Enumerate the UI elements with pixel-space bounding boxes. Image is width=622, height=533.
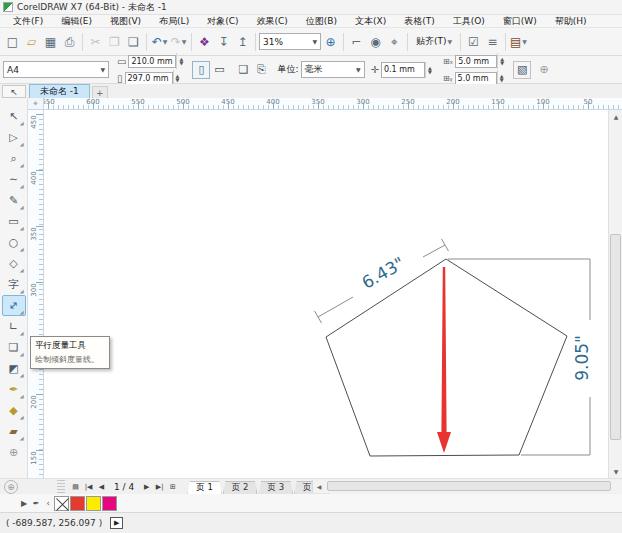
tool-text[interactable]: 字◢ xyxy=(2,274,26,295)
menu-effects[interactable]: 效果(C) xyxy=(247,15,296,28)
units-combo[interactable]: 毫米 ▼ xyxy=(301,61,365,78)
tool-drop-shadow[interactable]: ❏◢ xyxy=(2,337,26,358)
horizontal-scrollbar[interactable]: ◀ xyxy=(312,480,622,493)
menu-object[interactable]: 对象(C) xyxy=(198,15,247,28)
menu-edit[interactable]: 编辑(E) xyxy=(52,15,101,28)
copy-button[interactable]: ❐ xyxy=(105,32,124,51)
tool-color-eyedropper[interactable]: ✒◢ xyxy=(2,379,26,400)
yellow-swatch[interactable] xyxy=(86,496,101,511)
page-tab-2[interactable]: 页 2 xyxy=(223,481,258,495)
palette-eyedropper-icon[interactable]: ✒ xyxy=(30,496,42,510)
palette-expand-button[interactable]: ▶ xyxy=(18,496,30,510)
menu-layout[interactable]: 布局(L) xyxy=(150,15,198,28)
no-color-swatch[interactable] xyxy=(54,496,69,511)
export-button[interactable]: ↥ xyxy=(233,32,252,51)
tool-more-tools[interactable]: ⊕ xyxy=(2,442,26,463)
toolbox-customize-button[interactable]: ⊕ xyxy=(4,480,18,494)
launcher-button[interactable]: ≡ xyxy=(483,32,502,51)
vertical-dimension-label[interactable]: 9.05" xyxy=(572,335,592,381)
paste-button[interactable]: ❏ xyxy=(124,32,143,51)
page-size-preset-combo[interactable]: A4 ▼ xyxy=(3,61,109,78)
new-document-button[interactable]: □ xyxy=(3,32,22,51)
horizontal-scroll-thumb[interactable] xyxy=(327,481,611,491)
print-button[interactable]: ⎙ xyxy=(60,32,79,51)
duplicate-x-spinner[interactable]: ▲▼ xyxy=(497,53,506,69)
welcome-screen-button[interactable]: ▤▼ xyxy=(509,32,528,51)
menu-bitmaps[interactable]: 位图(B) xyxy=(297,15,346,28)
first-page-button[interactable]: |◀ xyxy=(82,480,95,493)
menu-tools[interactable]: 工具(O) xyxy=(444,15,494,28)
search-content-button[interactable]: ❖ xyxy=(195,32,214,51)
nudge-field[interactable]: 0.1 mm xyxy=(381,62,425,78)
tool-rectangle[interactable]: ▭◢ xyxy=(2,211,26,232)
red-arrow[interactable] xyxy=(437,267,451,453)
menu-view[interactable]: 视图(V) xyxy=(101,15,150,28)
current-page-button[interactable]: ⎘ xyxy=(252,61,270,79)
page-tab-1[interactable]: 页 1 xyxy=(187,481,222,495)
tool-smart-fill[interactable]: ▰◢ xyxy=(2,421,26,442)
import-button[interactable]: ↧ xyxy=(214,32,233,51)
undo-button[interactable]: ↶▼ xyxy=(150,32,169,51)
red-swatch[interactable] xyxy=(70,496,85,511)
new-document-tab-button[interactable]: + xyxy=(92,86,108,98)
vertical-scrollbar[interactable]: ▲ ▼ xyxy=(608,110,622,478)
propbar-more-button[interactable]: ⊕ xyxy=(535,61,553,79)
magenta-swatch[interactable] xyxy=(102,496,117,511)
redo-button[interactable]: ↷▼ xyxy=(169,32,188,51)
vertical-dimension[interactable] xyxy=(448,259,590,455)
menu-window[interactable]: 窗口(W) xyxy=(494,15,546,28)
page-height-field[interactable]: 297.0 mm xyxy=(125,72,173,85)
open-button[interactable]: ▱ xyxy=(22,32,41,51)
tool-connector[interactable]: ∟◢ xyxy=(2,316,26,337)
treat-as-filled-button[interactable]: ▧ xyxy=(513,61,531,79)
document-tab[interactable]: 未命名 -1 xyxy=(29,84,90,98)
prev-page-button[interactable]: ◀ xyxy=(95,480,108,493)
options-button[interactable]: ☑ xyxy=(464,32,483,51)
status-flyout-button[interactable]: ▶ xyxy=(110,517,123,529)
palette-scroll-left-button[interactable]: ‹ xyxy=(42,496,54,510)
portrait-button[interactable]: ▯ xyxy=(192,61,210,79)
tool-shape[interactable]: ▷◢ xyxy=(2,127,26,148)
menu-table[interactable]: 表格(T) xyxy=(395,15,444,28)
tool-zoom[interactable]: ⌕◢ xyxy=(2,148,26,169)
pick-tool-state-button[interactable]: ↖ xyxy=(2,85,26,98)
vertical-scroll-thumb[interactable] xyxy=(610,234,621,440)
slanted-dimension-label[interactable]: 6.43" xyxy=(358,253,408,293)
duplicate-x-field[interactable]: 5.0 mm xyxy=(455,55,497,68)
add-page-button[interactable]: ⊞ xyxy=(166,480,179,493)
menu-help[interactable]: 帮助(H) xyxy=(546,15,596,28)
last-page-button[interactable]: ▶| xyxy=(153,480,166,493)
menu-text[interactable]: 文本(X) xyxy=(346,15,395,28)
tool-freehand[interactable]: ∼◢ xyxy=(2,169,26,190)
tool-polygon[interactable]: ◇◢ xyxy=(2,253,26,274)
navigator-grip[interactable] xyxy=(57,480,65,494)
tool-transparency[interactable]: ◩◢ xyxy=(2,358,26,379)
horizontal-ruler[interactable]: 65060055050045040035030025020015010050 xyxy=(44,98,622,110)
next-page-button[interactable]: ▶ xyxy=(140,480,153,493)
landscape-button[interactable]: ▭ xyxy=(210,61,228,79)
zoom-levels-button[interactable]: ⊕ xyxy=(321,32,340,51)
all-pages-button[interactable]: ❑ xyxy=(234,61,252,79)
nudge-spinner[interactable]: ▲▼ xyxy=(425,62,434,78)
tool-pick[interactable]: ↖◢ xyxy=(2,106,26,127)
tool-ellipse[interactable]: ○◢ xyxy=(2,232,26,253)
vertical-ruler[interactable]: 450400350300250200150 xyxy=(28,110,44,478)
page-tab-3[interactable]: 页 3 xyxy=(258,481,293,495)
scroll-down-icon[interactable]: ▼ xyxy=(609,465,622,478)
page-flyout-button[interactable]: ▤ xyxy=(69,480,82,493)
tool-artistic-media[interactable]: ✎◢ xyxy=(2,190,26,211)
drawing-canvas[interactable]: 6.43" 9.05" xyxy=(44,110,608,478)
scroll-left-icon[interactable]: ◀ xyxy=(313,480,325,493)
save-button[interactable]: ▦ xyxy=(41,32,60,51)
duplicate-y-field[interactable]: 5.0 mm xyxy=(455,72,497,85)
show-rulers-button[interactable]: ◉ xyxy=(366,32,385,51)
page-width-field[interactable]: 210.0 mm xyxy=(128,55,176,68)
scroll-up-icon[interactable]: ▲ xyxy=(609,110,622,123)
fullscreen-preview-button[interactable]: ⌐ xyxy=(347,32,366,51)
menu-file[interactable]: 文件(F) xyxy=(4,15,52,28)
tool-parallel-dimension[interactable]: ↔◢ xyxy=(2,295,26,316)
snap-dropdown[interactable]: 贴齐(T) ▼ xyxy=(411,32,457,51)
page-width-spinner[interactable]: ▲▼ xyxy=(176,53,185,69)
zoom-level-combo[interactable]: 31% ▼ xyxy=(259,33,321,50)
ruler-origin-button[interactable]: ⌖ xyxy=(28,98,44,110)
